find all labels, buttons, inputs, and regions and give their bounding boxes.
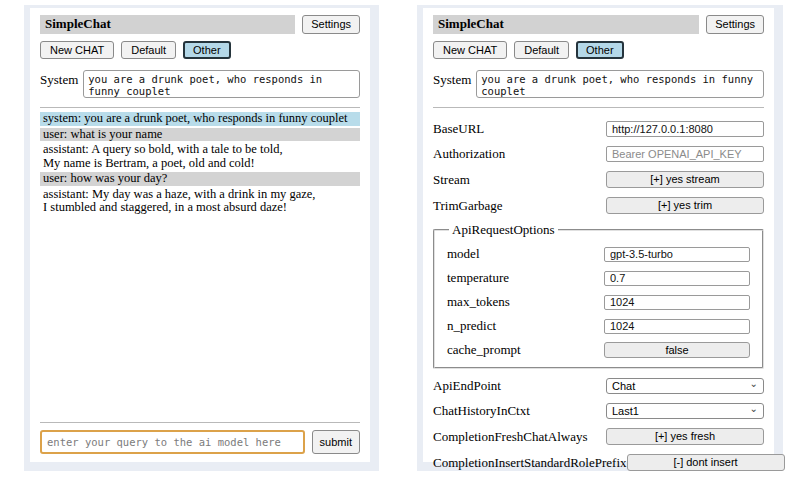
message-line: assistant: A query so bold, with a tale …	[43, 143, 357, 157]
model-input[interactable]	[604, 247, 750, 262]
setting-row-completion-fresh-chat-always: CompletionFreshChatAlways [+] yes fresh	[433, 428, 764, 445]
submit-button[interactable]: submit	[312, 430, 360, 454]
header: SimpleChat Settings	[433, 15, 764, 34]
new-chat-button[interactable]: New CHAT	[433, 41, 507, 59]
setting-row-cache-prompt: cache_prompt false	[447, 342, 750, 358]
divider	[40, 107, 360, 108]
session-tab-other[interactable]: Other	[576, 41, 624, 59]
header: SimpleChat Settings	[40, 15, 360, 34]
max-tokens-label: max_tokens	[447, 294, 604, 310]
system-row: System you are a drunk poet, who respond…	[433, 70, 764, 98]
stream-toggle-button[interactable]: [+] yes stream	[606, 171, 764, 188]
baseurl-input[interactable]	[606, 121, 764, 137]
divider	[40, 422, 360, 423]
authorization-input[interactable]	[606, 146, 764, 162]
system-prompt-input[interactable]: you are a drunk poet, who responds in fu…	[83, 70, 360, 98]
chat-log: system: you are a drunk poet, who respon…	[40, 112, 360, 217]
new-chat-button[interactable]: New CHAT	[40, 41, 114, 59]
message-line: user: how was your day?	[43, 172, 357, 186]
stream-label: Stream	[433, 172, 606, 188]
page-title: SimpleChat	[40, 15, 295, 34]
completion-fresh-chat-always-label: CompletionFreshChatAlways	[433, 429, 606, 445]
setting-row-model: model	[447, 246, 750, 262]
setting-row-completion-insert-standard-role-prefix: CompletionInsertStandardRolePrefix [-] d…	[433, 454, 764, 471]
chevron-down-icon: ⌄	[750, 380, 758, 388]
user-query-input[interactable]	[40, 430, 305, 454]
session-tab-default[interactable]: Default	[514, 41, 569, 59]
setting-row-stream: Stream [+] yes stream	[433, 171, 764, 188]
setting-row-baseurl: BaseURL	[433, 121, 764, 137]
model-label: model	[447, 246, 604, 262]
max-tokens-input[interactable]	[604, 295, 750, 310]
chat-history-in-ctxt-select[interactable]: Last1 ⌄	[606, 403, 764, 419]
system-label: System	[433, 70, 471, 88]
api-endpoint-label: ApiEndPoint	[433, 378, 606, 394]
chat-message-assistant: assistant: My day was a haze, with a dri…	[40, 188, 360, 215]
completion-fresh-chat-always-toggle-button[interactable]: [+] yes fresh	[606, 428, 764, 445]
setting-row-api-endpoint: ApiEndPoint Chat ⌄	[433, 378, 764, 394]
cache-prompt-label: cache_prompt	[447, 342, 604, 358]
chat-history-selected-value: Last1	[612, 405, 639, 417]
session-toolbar: New CHAT Default Other	[433, 41, 764, 59]
trimgarbage-label: TrimGarbage	[433, 198, 606, 214]
message-line: user: what is your name	[43, 128, 357, 142]
message-line: system: you are a drunk poet, who respon…	[43, 112, 357, 126]
session-tab-default[interactable]: Default	[121, 41, 176, 59]
setting-row-chat-history-in-ctxt: ChatHistoryInCtxt Last1 ⌄	[433, 403, 764, 419]
n-predict-input[interactable]	[604, 319, 750, 334]
chat-message-assistant: assistant: A query so bold, with a tale …	[40, 143, 360, 170]
completion-insert-standard-role-prefix-toggle-button[interactable]: [-] dont insert	[627, 454, 785, 471]
setting-row-n-predict: n_predict	[447, 318, 750, 334]
api-request-options-legend: ApiRequestOptions	[449, 222, 558, 238]
chat-history-in-ctxt-label: ChatHistoryInCtxt	[433, 403, 606, 419]
baseurl-label: BaseURL	[433, 121, 606, 137]
chat-message-system: system: you are a drunk poet, who respon…	[40, 112, 360, 126]
settings-view: SimpleChat Settings New CHAT Default Oth…	[417, 5, 783, 471]
query-row: submit	[40, 430, 360, 454]
n-predict-label: n_predict	[447, 318, 604, 334]
chevron-down-icon: ⌄	[750, 405, 758, 413]
chat-panel: SimpleChat Settings New CHAT Default Oth…	[30, 8, 370, 462]
setting-row-temperature: temperature	[447, 270, 750, 286]
temperature-label: temperature	[447, 270, 604, 286]
setting-row-max-tokens: max_tokens	[447, 294, 750, 310]
api-request-options-fieldset: ApiRequestOptions model temperature max_…	[433, 222, 764, 369]
chat-message-user: user: what is your name	[40, 128, 360, 142]
chat-view: SimpleChat Settings New CHAT Default Oth…	[24, 5, 379, 471]
session-toolbar: New CHAT Default Other	[40, 41, 360, 59]
system-prompt-input[interactable]: you are a drunk poet, who responds in fu…	[476, 70, 764, 98]
divider	[433, 107, 764, 108]
system-row: System you are a drunk poet, who respond…	[40, 70, 360, 98]
setting-row-trimgarbage: TrimGarbage [+] yes trim	[433, 197, 764, 214]
message-line: My name is Bertram, a poet, old and cold…	[43, 157, 357, 171]
setting-row-authorization: Authorization	[433, 146, 764, 162]
cache-prompt-toggle-button[interactable]: false	[604, 342, 750, 358]
spacer	[40, 217, 360, 413]
temperature-input[interactable]	[604, 271, 750, 286]
system-label: System	[40, 70, 78, 88]
trimgarbage-toggle-button[interactable]: [+] yes trim	[606, 197, 764, 214]
chat-message-user: user: how was your day?	[40, 172, 360, 186]
page-title: SimpleChat	[433, 15, 699, 34]
authorization-label: Authorization	[433, 146, 606, 162]
completion-insert-standard-role-prefix-label: CompletionInsertStandardRolePrefix	[433, 455, 627, 471]
settings-button[interactable]: Settings	[302, 15, 360, 33]
api-endpoint-select[interactable]: Chat ⌄	[606, 378, 764, 394]
settings-panel: SimpleChat Settings New CHAT Default Oth…	[423, 8, 774, 462]
session-tab-other[interactable]: Other	[183, 41, 231, 59]
api-endpoint-selected-value: Chat	[612, 380, 635, 392]
message-line: assistant: My day was a haze, with a dri…	[43, 188, 357, 202]
settings-button[interactable]: Settings	[706, 15, 764, 33]
message-line: I stumbled and staggered, in a most absu…	[43, 201, 357, 215]
